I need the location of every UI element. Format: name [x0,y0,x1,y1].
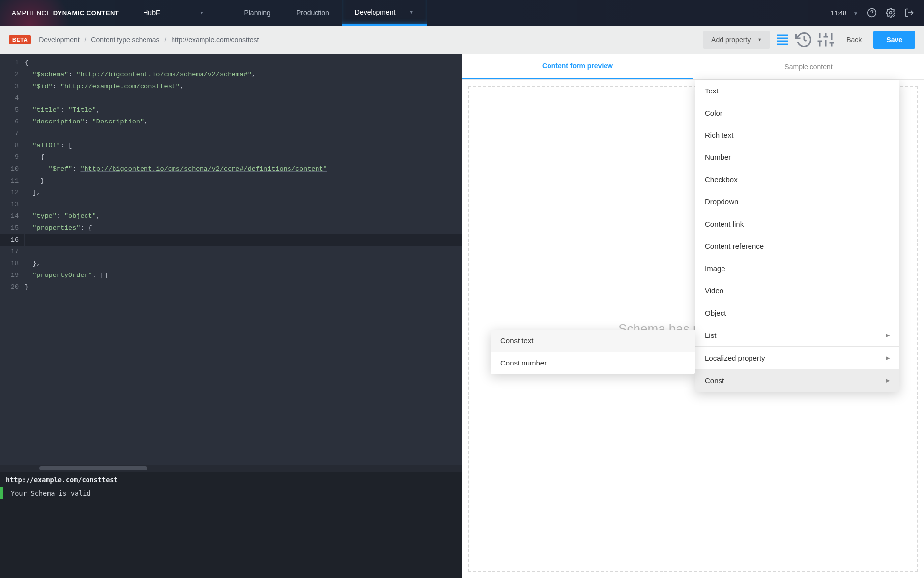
menu-dropdown[interactable]: Dropdown [695,190,899,213]
menu-list[interactable]: List▶ [695,324,899,346]
tab-sample-content[interactable]: Sample content [693,54,924,79]
line-gutter: 1234567891011121314151617181920 [0,54,24,465]
help-icon[interactable] [867,8,877,18]
hub-selector[interactable]: HubF ▼ [131,0,216,26]
const-submenu: Const text Const number [491,330,695,374]
menu-contentlink[interactable]: Content link [695,213,899,235]
top-nav: AMPLIENCE DYNAMIC CONTENT HubF ▼ Plannin… [0,0,924,26]
menu-const[interactable]: Const▶ [695,369,899,392]
menu-number[interactable]: Number [695,146,899,168]
nav-tabs: Planning Production Development ▼ [231,0,427,26]
editor-pane: 1234567891011121314151617181920 { "$sche… [0,54,462,578]
history-icon[interactable] [795,31,813,49]
chevron-down-icon: ▼ [199,10,204,16]
status-panel: http://example.com/consttest Your Schema… [0,472,462,578]
menu-text[interactable]: Text [695,80,899,102]
menu-richtext[interactable]: Rich text [695,124,899,146]
code-editor[interactable]: 1234567891011121314151617181920 { "$sche… [0,54,462,465]
crumb-schemas[interactable]: Content type schemas [91,36,159,44]
status-message: Your Schema is valid [0,487,462,499]
chevron-right-icon: ▶ [886,332,890,338]
brand-bold: DYNAMIC CONTENT [53,9,119,17]
horizontal-scrollbar[interactable] [0,465,462,472]
preview-body: Schema has no properties Text Color Rich… [462,80,924,578]
add-property-menu: Text Color Rich text Number Checkbox Dro… [695,80,899,392]
logout-icon[interactable] [904,8,914,18]
chevron-right-icon: ▶ [886,377,890,384]
toolbar-right: Add property ▼ Back Save [703,31,915,49]
crumb-development[interactable]: Development [39,36,80,44]
status-location: http://example.com/consttest [0,472,462,487]
menu-checkbox[interactable]: Checkbox [695,168,899,190]
preview-tabs: Content form preview Sample content [462,54,924,80]
clock[interactable]: 11:48 ▼ [831,9,858,17]
nav-planning[interactable]: Planning [231,0,284,26]
chevron-down-icon: ▼ [409,9,414,15]
menu-const-number[interactable]: Const number [491,352,695,374]
menu-const-text[interactable]: Const text [491,330,695,352]
preview-pane: Content form preview Sample content Sche… [462,54,924,578]
brand-light: AMPLIENCE [12,9,51,17]
chevron-down-icon: ▼ [757,37,762,42]
sub-toolbar: BETA Development / Content type schemas … [0,26,924,54]
save-button[interactable]: Save [873,31,915,49]
nav-right: 11:48 ▼ [831,0,924,26]
beta-badge: BETA [9,35,31,44]
menu-object[interactable]: Object [695,302,899,324]
settings-icon[interactable] [817,31,835,49]
menu-contentref[interactable]: Content reference [695,235,899,257]
menu-localized[interactable]: Localized property▶ [695,347,899,369]
format-icon[interactable] [774,31,791,49]
brand-logo: AMPLIENCE DYNAMIC CONTENT [0,0,131,26]
menu-image[interactable]: Image [695,257,899,279]
chevron-down-icon: ▼ [853,11,858,16]
add-property-button[interactable]: Add property ▼ [703,31,770,49]
nav-development[interactable]: Development ▼ [342,0,427,26]
menu-video[interactable]: Video [695,279,899,302]
crumb-current: http://example.com/consttest [171,36,259,44]
gear-icon[interactable] [886,8,895,18]
menu-color[interactable]: Color [695,102,899,124]
svg-point-2 [890,12,892,14]
main-area: 1234567891011121314151617181920 { "$sche… [0,54,924,578]
tab-content-form[interactable]: Content form preview [462,54,693,79]
back-button[interactable]: Back [838,32,869,48]
chevron-right-icon: ▶ [886,355,890,361]
breadcrumb: Development / Content type schemas / htt… [39,36,259,44]
code-content: { "$schema": "http://bigcontent.io/cms/s… [24,54,462,465]
nav-production[interactable]: Production [284,0,342,26]
hub-name: HubF [143,9,160,17]
